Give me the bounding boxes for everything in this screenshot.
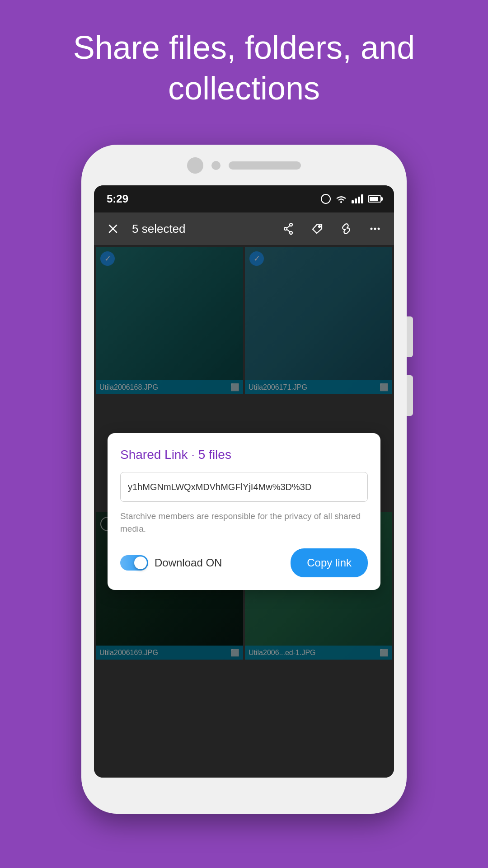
svg-point-0 — [340, 201, 342, 203]
hero-section: Share files, folders, and collections — [0, 27, 488, 108]
hero-title: Share files, folders, and collections — [27, 27, 461, 108]
status-time: 5:29 — [107, 193, 128, 205]
phone-mockup: 5:29 — [81, 145, 407, 814]
close-button[interactable] — [103, 219, 123, 239]
status-bar: 5:29 — [94, 185, 394, 212]
phone-camera — [187, 157, 203, 174]
signal-icon — [352, 194, 363, 203]
copy-link-button[interactable]: Copy link — [291, 548, 368, 577]
toggle-label: Download ON — [155, 557, 222, 569]
svg-point-9 — [371, 228, 373, 230]
phone-top-hardware — [187, 157, 301, 174]
status-icons — [321, 194, 381, 204]
dialog-link-text[interactable]: y1hMGNmLWQxMDVhMGFlYjI4Mw%3D%3D — [120, 472, 368, 502]
svg-point-11 — [378, 228, 380, 230]
download-toggle[interactable] — [120, 555, 148, 571]
toggle-thumb — [134, 557, 147, 569]
svg-point-8 — [319, 226, 320, 227]
shared-link-dialog: Shared Link · 5 files y1hMGNmLWQxMDVhMGF… — [108, 433, 380, 590]
share-button[interactable] — [278, 219, 298, 239]
dialog-title: Shared Link · 5 files — [120, 448, 368, 462]
phone-speaker — [229, 161, 301, 170]
wifi-icon — [335, 194, 347, 204]
svg-point-10 — [374, 228, 376, 230]
photo-grid: ✓ Utila2006168.JPG ⬜ ✓ Utila2006171.JPG … — [94, 245, 394, 778]
phone-screen: 5:29 — [94, 185, 394, 778]
battery-icon — [368, 195, 381, 203]
notification-icon — [321, 194, 331, 204]
dialog-actions: Download ON Copy link — [120, 548, 368, 577]
download-toggle-container: Download ON — [120, 555, 222, 571]
dialog-overlay: Shared Link · 5 files y1hMGNmLWQxMDVhMGF… — [94, 245, 394, 778]
link-button[interactable] — [336, 219, 356, 239]
volume-button — [407, 316, 413, 357]
more-button[interactable] — [365, 219, 385, 239]
power-button — [407, 375, 413, 416]
selection-count: 5 selected — [132, 222, 269, 236]
svg-line-6 — [287, 226, 290, 228]
dialog-privacy-text: Starchive members are responsible for th… — [120, 510, 368, 536]
tag-button[interactable] — [307, 219, 327, 239]
phone-sensor — [211, 161, 221, 170]
svg-line-7 — [287, 230, 290, 232]
app-bar: 5 selected — [94, 212, 394, 245]
